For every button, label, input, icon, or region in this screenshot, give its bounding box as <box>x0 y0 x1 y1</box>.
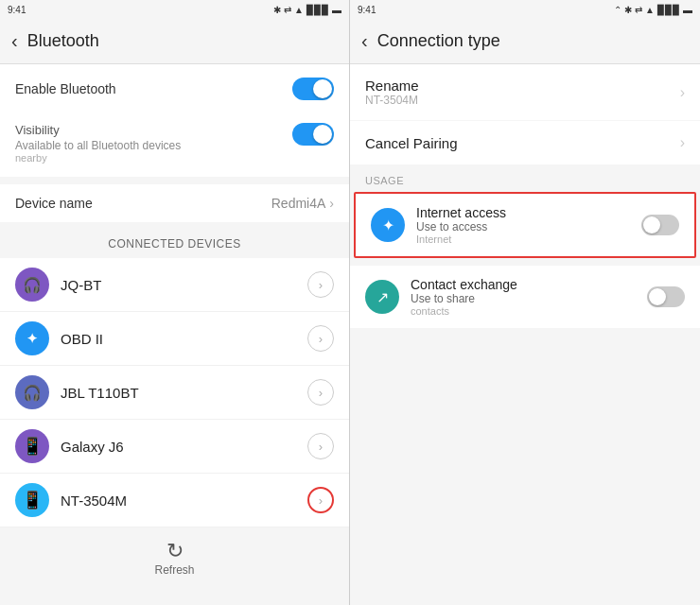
right-status-icons: ⌃ ✱ ⇄ ▲ ▉▉▉ ▬ <box>614 5 692 15</box>
right-status-bar: 9:41 ⌃ ✱ ⇄ ▲ ▉▉▉ ▬ <box>350 0 700 19</box>
right-back-button[interactable]: ‹ <box>361 30 368 52</box>
visibility-toggle[interactable] <box>292 123 334 146</box>
left-header: ‹ Bluetooth <box>0 19 349 64</box>
toggle-knob <box>313 79 332 98</box>
rename-chevron-icon: › <box>680 84 685 101</box>
visibility-text: Visibility Available to all Bluetooth de… <box>15 123 181 164</box>
device-item-jbl[interactable]: 🎧 JBL T110BT › <box>0 366 349 420</box>
obd2-icon: ✦ <box>15 321 49 355</box>
right-content: Rename NT-3504M › Cancel Pairing › USAGE… <box>350 64 700 605</box>
left-content: Enable Bluetooth Visibility Available to… <box>0 64 349 605</box>
jbl-name: JBL T110BT <box>61 385 307 401</box>
visibility-section: Visibility Available to all Bluetooth de… <box>0 113 349 177</box>
refresh-icon: ↻ <box>166 539 184 563</box>
refresh-area[interactable]: ↻ Refresh <box>0 527 349 588</box>
internet-access-sub2: Internet <box>416 233 641 245</box>
contact-exchange-text: Contact exchange Use to share contacts <box>411 277 647 317</box>
galaxy-name: Galaxy J6 <box>61 439 307 455</box>
contact-exchange-subtitle: Use to share <box>411 292 647 305</box>
contact-exchange-item[interactable]: ↗ Contact exchange Use to share contacts <box>350 266 700 328</box>
nt3504m-icon: 📱 <box>15 483 49 517</box>
obd2-chevron[interactable]: › <box>307 325 334 352</box>
jq-bt-name: JQ-BT <box>61 277 307 293</box>
page-title: Bluetooth <box>27 31 99 51</box>
internet-access-toggle-knob <box>643 216 660 233</box>
refresh-label: Refresh <box>154 563 194 577</box>
jbl-icon: 🎧 <box>15 375 49 409</box>
jbl-chevron[interactable]: › <box>307 379 334 406</box>
cancel-pairing-label: Cancel Pairing <box>365 135 458 151</box>
jq-bt-icon: 🎧 <box>15 268 49 302</box>
visibility-nearby: nearby <box>15 152 181 164</box>
left-status-icons: ✱ ⇄ ▲ ▉▉▉ ▬ <box>273 5 341 15</box>
usage-header: USAGE <box>350 165 700 192</box>
device-list: 🎧 JQ-BT › ✦ OBD II › 🎧 JBL T110BT › 📱 Ga… <box>0 258 349 527</box>
internet-access-icon: ✦ <box>371 208 405 242</box>
contact-exchange-sub2: contacts <box>411 305 647 317</box>
cancel-pairing-chevron-icon: › <box>680 134 685 151</box>
obd2-name: OBD II <box>61 331 307 347</box>
device-item-obd2[interactable]: ✦ OBD II › <box>0 312 349 366</box>
device-item-jq-bt[interactable]: 🎧 JQ-BT › <box>0 258 349 312</box>
right-header: ‹ Connection type <box>350 19 700 64</box>
left-status-time: 9:41 <box>8 5 26 15</box>
device-name-label: Device name <box>15 196 93 211</box>
galaxy-icon: 📱 <box>15 429 49 463</box>
back-button[interactable]: ‹ <box>11 30 18 52</box>
contact-exchange-toggle-knob <box>649 288 666 305</box>
device-name-value: Redmi4A <box>271 196 326 211</box>
device-item-nt3504m[interactable]: 📱 NT-3504M › <box>0 474 349 527</box>
device-name-row[interactable]: Device name Redmi4A › <box>0 184 349 222</box>
internet-access-subtitle: Use to access <box>416 220 641 233</box>
right-panel: 9:41 ⌃ ✱ ⇄ ▲ ▉▉▉ ▬ ‹ Connection type Ren… <box>350 0 700 605</box>
left-panel: 9:41 ✱ ⇄ ▲ ▉▉▉ ▬ ‹ Bluetooth Enable Blue… <box>0 0 350 605</box>
internet-access-title: Internet access <box>416 205 641 220</box>
contact-exchange-toggle[interactable] <box>647 286 685 307</box>
enable-bluetooth-row: Enable Bluetooth <box>0 64 349 113</box>
contact-exchange-icon: ↗ <box>365 280 399 314</box>
device-name-chevron-icon: › <box>329 196 334 211</box>
visibility-row: Visibility Available to all Bluetooth de… <box>15 123 334 164</box>
left-status-bar: 9:41 ✱ ⇄ ▲ ▉▉▉ ▬ <box>0 0 349 19</box>
rename-label: Rename <box>365 78 419 94</box>
cancel-pairing-content: Cancel Pairing <box>365 135 458 151</box>
contact-exchange-title: Contact exchange <box>411 277 647 292</box>
galaxy-chevron[interactable]: › <box>307 433 334 459</box>
right-page-title: Connection type <box>377 31 500 51</box>
rename-content: Rename NT-3504M <box>365 78 419 107</box>
connected-devices-header: connected DEVICES <box>0 230 349 258</box>
rename-item[interactable]: Rename NT-3504M › <box>350 64 700 120</box>
cancel-pairing-item[interactable]: Cancel Pairing › <box>350 121 700 164</box>
visibility-toggle-knob <box>313 125 332 144</box>
enable-bluetooth-label: Enable Bluetooth <box>15 81 116 96</box>
device-name-value-group: Redmi4A › <box>271 196 334 211</box>
right-status-time: 9:41 <box>358 5 376 15</box>
visibility-title: Visibility <box>15 123 181 137</box>
nt3504m-chevron[interactable]: › <box>307 487 334 513</box>
rename-subtitle: NT-3504M <box>365 94 419 107</box>
jq-bt-chevron[interactable]: › <box>307 271 334 298</box>
nt3504m-name: NT-3504M <box>61 493 307 509</box>
enable-bluetooth-toggle[interactable] <box>292 78 334 100</box>
internet-access-item[interactable]: ✦ Internet access Use to access Internet <box>354 192 696 258</box>
device-item-galaxy[interactable]: 📱 Galaxy J6 › <box>0 420 349 474</box>
internet-access-toggle[interactable] <box>641 215 679 235</box>
visibility-subtitle: Available to all Bluetooth devices <box>15 139 181 152</box>
internet-access-text: Internet access Use to access Internet <box>416 205 641 245</box>
